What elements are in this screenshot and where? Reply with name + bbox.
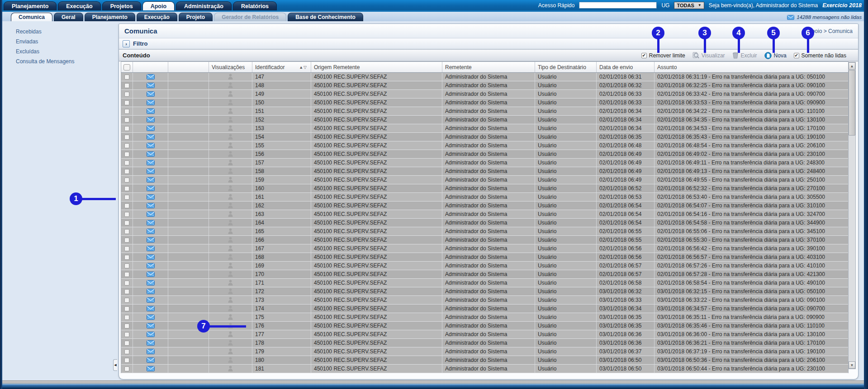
table-row[interactable]: 168 450100 REC.SUPERV.SEFAZ Administrado… — [121, 253, 848, 262]
row-checkbox[interactable] — [124, 289, 129, 294]
row-checkbox[interactable] — [124, 135, 129, 140]
row-checkbox[interactable] — [124, 246, 129, 251]
sub-tab[interactable]: Planejamento — [85, 13, 135, 21]
quick-access-input[interactable] — [579, 2, 657, 9]
row-checkbox[interactable] — [124, 272, 129, 277]
views-person-icon[interactable] — [228, 168, 233, 174]
sub-tab[interactable]: Geral — [54, 13, 83, 21]
row-checkbox[interactable] — [124, 263, 129, 268]
row-checkbox[interactable] — [124, 203, 129, 208]
row-checkbox[interactable] — [124, 298, 129, 303]
views-person-icon[interactable] — [228, 331, 233, 337]
sidebar-item[interactable]: Excluídas — [16, 48, 39, 55]
row-checkbox[interactable] — [124, 366, 129, 371]
views-person-icon[interactable] — [228, 262, 233, 269]
table-row[interactable]: 172 450100 REC.SUPERV.SEFAZ Administrado… — [121, 287, 848, 296]
table-row[interactable]: 162 450100 REC.SUPERV.SEFAZ Administrado… — [121, 202, 848, 210]
views-person-icon[interactable] — [228, 288, 233, 295]
row-checkbox[interactable] — [124, 349, 129, 354]
table-row[interactable]: 157 450100 REC.SUPERV.SEFAZ Administrado… — [121, 159, 848, 167]
views-person-icon[interactable] — [228, 108, 233, 114]
header-data-envio[interactable]: Data de envio — [597, 62, 655, 72]
row-checkbox[interactable] — [124, 315, 129, 320]
table-row[interactable]: 163 450100 REC.SUPERV.SEFAZ Administrado… — [121, 210, 848, 219]
views-person-icon[interactable] — [228, 271, 233, 277]
menu-tab[interactable]: Planejamento — [4, 1, 57, 10]
table-row[interactable]: 151 450100 REC.SUPERV.SEFAZ Administrado… — [121, 107, 848, 116]
row-checkbox[interactable] — [124, 341, 129, 346]
menu-tab[interactable]: Projetos — [102, 1, 141, 10]
menu-tab[interactable]: Relatórios — [233, 1, 277, 10]
row-checkbox[interactable] — [124, 143, 129, 148]
scroll-down-button[interactable]: ▼ — [849, 361, 855, 369]
table-row[interactable]: 167 450100 REC.SUPERV.SEFAZ Administrado… — [121, 244, 848, 253]
table-row[interactable]: 159 450100 REC.SUPERV.SEFAZ Administrado… — [121, 176, 848, 184]
views-person-icon[interactable] — [228, 254, 233, 260]
row-checkbox[interactable] — [124, 238, 129, 243]
views-person-icon[interactable] — [228, 366, 233, 372]
header-origem[interactable]: Origem Remetente — [311, 62, 442, 72]
row-checkbox[interactable] — [124, 178, 129, 183]
row-checkbox[interactable] — [124, 126, 129, 131]
remove-limit-checkbox[interactable] — [641, 53, 647, 58]
sub-tab[interactable]: Gerador de Relatórios — [214, 13, 286, 21]
row-checkbox[interactable] — [124, 195, 129, 200]
row-checkbox[interactable] — [124, 117, 129, 122]
row-checkbox[interactable] — [124, 186, 129, 191]
table-row[interactable]: 171 450100 REC.SUPERV.SEFAZ Administrado… — [121, 279, 848, 287]
views-person-icon[interactable] — [228, 91, 233, 97]
views-person-icon[interactable] — [228, 159, 233, 166]
menu-tab[interactable]: Execução — [58, 1, 100, 10]
only-unread-toggle[interactable]: Somente não lidas — [794, 52, 846, 59]
row-checkbox[interactable] — [124, 306, 129, 311]
table-row[interactable]: 174 450100 REC.SUPERV.SEFAZ Administrado… — [121, 305, 848, 313]
row-checkbox[interactable] — [124, 220, 129, 225]
view-button[interactable]: Visualizar — [693, 52, 725, 59]
filter-expand-button[interactable]: › — [123, 40, 130, 47]
views-person-icon[interactable] — [228, 305, 233, 312]
table-row[interactable]: 160 450100 REC.SUPERV.SEFAZ Administrado… — [121, 184, 848, 193]
delete-button[interactable]: Excluir — [732, 52, 757, 59]
sort-icons[interactable]: ▲▽ — [299, 65, 307, 70]
views-person-icon[interactable] — [228, 220, 233, 226]
views-person-icon[interactable] — [228, 142, 233, 149]
table-row[interactable]: 175 450100 REC.SUPERV.SEFAZ Administrado… — [121, 313, 848, 322]
menu-tab[interactable]: Administração — [176, 1, 232, 10]
scroll-up-button[interactable]: ▲ — [849, 62, 855, 70]
table-row[interactable]: 177 450100 REC.SUPERV.SEFAZ Administrado… — [121, 330, 848, 339]
table-row[interactable]: 181 450100 REC.SUPERV.SEFAZ Administrado… — [121, 365, 848, 373]
views-person-icon[interactable] — [228, 237, 233, 243]
sub-tab[interactable]: Comunica — [11, 13, 52, 21]
table-row[interactable]: 173 450100 REC.SUPERV.SEFAZ Administrado… — [121, 296, 848, 305]
views-person-icon[interactable] — [228, 151, 233, 157]
table-row[interactable]: 170 450100 REC.SUPERV.SEFAZ Administrado… — [121, 270, 848, 279]
views-person-icon[interactable] — [228, 348, 233, 355]
views-person-icon[interactable] — [228, 357, 233, 363]
row-checkbox[interactable] — [124, 169, 129, 174]
table-row[interactable]: 156 450100 REC.SUPERV.SEFAZ Administrado… — [121, 150, 848, 159]
header-identificador[interactable]: Identificador ▲▽ — [252, 62, 311, 72]
sidebar-item[interactable]: Consulta de Mensagens — [16, 58, 74, 65]
remove-limit-toggle[interactable]: Remover limite — [641, 52, 685, 59]
table-row[interactable]: 150 450100 REC.SUPERV.SEFAZ Administrado… — [121, 98, 848, 107]
scroll-thumb[interactable] — [849, 70, 855, 136]
row-checkbox[interactable] — [124, 75, 129, 80]
only-unread-checkbox[interactable] — [794, 53, 799, 58]
views-person-icon[interactable] — [228, 194, 233, 200]
header-remetente[interactable]: Remetente — [442, 62, 535, 72]
ug-select[interactable]: TODAS ▼ — [674, 2, 704, 9]
table-row[interactable]: 165 450100 REC.SUPERV.SEFAZ Administrado… — [121, 227, 848, 236]
views-person-icon[interactable] — [228, 314, 233, 320]
table-row[interactable]: 147 450100 REC.SUPERV.SEFAZ Administrado… — [121, 73, 848, 81]
panel-collapse-handle[interactable]: ◀ — [113, 359, 117, 371]
table-row[interactable]: 180 450100 REC.SUPERV.SEFAZ Administrado… — [121, 356, 848, 365]
views-person-icon[interactable] — [228, 185, 233, 192]
views-person-icon[interactable] — [228, 125, 233, 131]
views-person-icon[interactable] — [228, 211, 233, 217]
views-person-icon[interactable] — [228, 74, 233, 80]
views-person-icon[interactable] — [228, 340, 233, 346]
row-checkbox[interactable] — [124, 255, 129, 260]
table-row[interactable]: 166 450100 REC.SUPERV.SEFAZ Administrado… — [121, 236, 848, 244]
header-visualizacoes[interactable]: Visualizações — [209, 62, 252, 72]
views-person-icon[interactable] — [228, 82, 233, 89]
